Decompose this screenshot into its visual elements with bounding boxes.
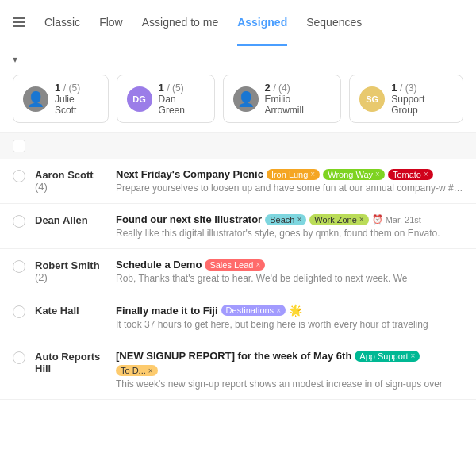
row-assignee: Aaron Scott (4) — [35, 168, 106, 193]
row-title-line: Next Friday's Company PicnicIron Lung×Wr… — [116, 168, 463, 180]
row-title-line: Finally made it to FijiDestinations×🌟 — [116, 304, 463, 317]
assignee-info: 1 / (3)Support Group — [391, 82, 453, 116]
assignee-info: 2 / (4)Emilio Arrowmill — [265, 82, 332, 116]
assignee-info: 1 / (5)Julie Scott — [55, 82, 98, 116]
conversation-tag[interactable]: Wrong Way× — [323, 169, 385, 180]
conversation-tag[interactable]: Tomato× — [388, 169, 433, 180]
row-title: Next Friday's Company Picnic — [116, 168, 263, 180]
assignee-count: 1 / (3) — [391, 82, 453, 94]
row-content: Found our next site illustratorBeach×Wor… — [116, 213, 463, 239]
row-title: Found our next site illustrator — [116, 213, 262, 225]
nav-item-assigned[interactable]: Assigned — [237, 13, 287, 32]
table-row[interactable]: Dean AllenFound our next site illustrato… — [0, 204, 476, 249]
assignee-name: Dan Green — [159, 94, 205, 116]
assignee-name: Julie Scott — [55, 94, 98, 116]
clock-icon: ⏰ — [372, 214, 383, 225]
assignee-card-dan[interactable]: DG1 / (5)Dan Green — [117, 75, 215, 123]
row-preview: Really like this digital illustrator's s… — [116, 228, 463, 239]
table-row[interactable]: Auto Reports Hill[NEW SIGNUP REPORT] for… — [0, 340, 476, 400]
chevron-down-icon: ▾ — [13, 54, 17, 65]
conversation-tag[interactable]: Iron Lung× — [267, 169, 320, 180]
assignee-card-emilio[interactable]: 👤2 / (4)Emilio Arrowmill — [223, 75, 342, 123]
row-title-line: Schedule a DemoSales Lead× — [116, 259, 463, 271]
row-preview: It took 37 hours to get here, but being … — [116, 319, 463, 330]
emoji-icon: 🌟 — [289, 304, 302, 317]
row-content: Finally made it to FijiDestinations×🌟It … — [116, 304, 463, 330]
hamburger-menu[interactable] — [13, 17, 25, 27]
row-checkbox[interactable] — [13, 215, 25, 228]
summary-toggle[interactable]: ▾ — [13, 54, 463, 65]
conversation-tag[interactable]: Destinations× — [221, 305, 286, 316]
assignee-card-julie[interactable]: 👤1 / (5)Julie Scott — [13, 75, 109, 123]
summary-section: ▾ 👤1 / (5)Julie ScottDG1 / (5)Dan Green👤… — [0, 44, 476, 133]
avatar: 👤 — [233, 86, 259, 112]
row-assignee: Auto Reports Hill — [35, 350, 106, 374]
assignee-count: 1 / (5) — [159, 82, 205, 94]
row-content: [NEW SIGNUP REPORT] for the week of May … — [116, 350, 463, 390]
assignee-cards: 👤1 / (5)Julie ScottDG1 / (5)Dan Green👤2 … — [13, 75, 463, 123]
row-checkbox[interactable] — [13, 260, 25, 273]
row-checkbox[interactable] — [13, 170, 25, 182]
list-section-header — [0, 133, 476, 159]
nav-item-assigned-to-me[interactable]: Assigned to me — [142, 13, 219, 32]
row-assignee: Dean Allen — [35, 213, 106, 226]
row-title: [NEW SIGNUP REPORT] for the week of May … — [116, 350, 351, 362]
assignee-name: Support Group — [391, 94, 453, 116]
row-checkbox[interactable] — [13, 305, 25, 318]
table-row[interactable]: Kate HallFinally made it to FijiDestinat… — [0, 294, 476, 340]
conversation-tag[interactable]: Sales Lead× — [205, 259, 265, 271]
nav-items: ClassicFlowAssigned to meAssignedSequenc… — [44, 13, 362, 32]
row-preview: This week's new sign-up report shows an … — [116, 378, 463, 390]
row-checkbox[interactable] — [13, 351, 25, 364]
row-preview: Rob, Thanks that's great to hear. We'd b… — [116, 273, 463, 284]
avatar: 👤 — [23, 86, 48, 112]
assignee-card-support[interactable]: SG1 / (3)Support Group — [349, 75, 463, 123]
assignee-info: 1 / (5)Dan Green — [159, 82, 205, 116]
avatar: DG — [127, 86, 152, 112]
row-title: Finally made it to Fiji — [116, 305, 218, 317]
row-assignee: Robert Smith (2) — [35, 259, 106, 283]
assignee-name: Emilio Arrowmill — [265, 94, 332, 116]
row-title-line: [NEW SIGNUP REPORT] for the week of May … — [116, 350, 463, 376]
row-content: Schedule a DemoSales Lead×Rob, Thanks th… — [116, 259, 463, 284]
conversation-tag[interactable]: Work Zone× — [309, 214, 368, 225]
row-assignee: Kate Hall — [35, 304, 106, 317]
row-title-line: Found our next site illustratorBeach×Wor… — [116, 213, 463, 225]
select-all-checkbox[interactable] — [13, 140, 25, 152]
assignee-count: 1 / (5) — [55, 82, 98, 94]
assignee-count: 2 / (4) — [265, 82, 332, 94]
conversation-tag[interactable]: To D...× — [116, 365, 158, 376]
nav-item-flow[interactable]: Flow — [99, 13, 123, 32]
row-title: Schedule a Demo — [116, 259, 202, 271]
nav-item-sequences[interactable]: Sequences — [306, 13, 362, 32]
conversation-rows: Aaron Scott (4)Next Friday's Company Pic… — [0, 159, 476, 400]
top-navigation: ClassicFlowAssigned to meAssignedSequenc… — [0, 0, 476, 44]
row-content: Next Friday's Company PicnicIron Lung×Wr… — [116, 168, 463, 194]
table-row[interactable]: Aaron Scott (4)Next Friday's Company Pic… — [0, 159, 476, 204]
conversation-tag[interactable]: Beach× — [265, 214, 306, 225]
conversation-list: Aaron Scott (4)Next Friday's Company Pic… — [0, 133, 476, 476]
row-preview: Prepare yourselves to loosen up and have… — [116, 182, 463, 194]
table-row[interactable]: Robert Smith (2)Schedule a DemoSales Lea… — [0, 249, 476, 294]
avatar: SG — [359, 86, 385, 112]
conversation-tag[interactable]: App Support× — [355, 351, 420, 362]
date-badge: ⏰ Mar. 21st — [372, 214, 421, 225]
nav-item-classic[interactable]: Classic — [44, 13, 80, 32]
